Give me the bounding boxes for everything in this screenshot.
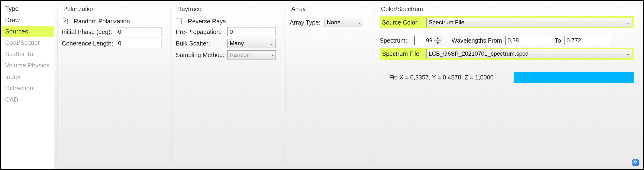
sidebar: Type Draw Sources Coat/Scatter Scatter T…: [1, 1, 54, 169]
spinner-down-icon[interactable]: ▼: [434, 41, 442, 45]
color-spectrum-legend: Color/Spectrum: [380, 5, 424, 12]
source-color-label: Source Color:: [382, 19, 423, 26]
chevron-down-icon: ⌄: [626, 20, 630, 25]
polarization-legend: Polarization: [62, 5, 96, 12]
bulk-scatter-value: Many: [230, 40, 244, 47]
chevron-down-icon: ⌄: [626, 51, 630, 56]
spinner-up-icon[interactable]: ▲: [434, 36, 442, 41]
array-type-value: None: [327, 19, 340, 26]
help-icon[interactable]: ?: [632, 159, 640, 167]
array-type-select[interactable]: None ⌄: [324, 18, 363, 27]
chevron-down-icon: ⌄: [270, 52, 274, 58]
source-color-select[interactable]: Spectrum File ⌄: [426, 18, 632, 27]
sidebar-item-index[interactable]: Index: [1, 71, 54, 83]
source-color-value: Spectrum File: [428, 19, 464, 26]
coherence-length-input[interactable]: [116, 39, 162, 48]
bulk-scatter-label: Bulk Scatter:: [176, 40, 224, 47]
random-polarization-label: Random Polarization: [74, 18, 130, 25]
sidebar-item-draw[interactable]: Draw: [1, 14, 54, 26]
spectrum-label: Spectrum:: [380, 37, 411, 44]
random-polarization-checkbox[interactable]: ✓: [62, 18, 68, 24]
array-legend: Array: [290, 5, 307, 12]
spectrum-file-value: LCB_G6SP_20210701_spectrum.spcd: [428, 50, 528, 57]
spectrum-value-input[interactable]: [414, 36, 434, 45]
sidebar-item-scatter-to[interactable]: Scatter To: [1, 48, 54, 60]
sidebar-item-type[interactable]: Type: [1, 3, 54, 14]
chevron-down-icon: ⌄: [358, 20, 361, 25]
wavelengths-from-label: Wavelengths From: [452, 37, 502, 44]
sidebar-item-coat-scatter[interactable]: Coat/Scatter: [1, 37, 54, 48]
raytrace-legend: Raytrace: [176, 5, 203, 12]
bulk-scatter-select[interactable]: Many ⌄: [228, 39, 276, 48]
coherence-length-label: Coherence Length:: [62, 40, 112, 47]
chevron-down-icon: ⌄: [270, 41, 274, 46]
initial-phase-input[interactable]: [116, 27, 162, 36]
spectrum-file-select[interactable]: LCB_G6SP_20210701_spectrum.spcd ⌄: [426, 49, 632, 58]
app-layout: Type Draw Sources Coat/Scatter Scatter T…: [1, 1, 643, 169]
sidebar-item-volume-physics[interactable]: Volume Physics: [1, 60, 54, 71]
initial-phase-label: Initial Phase (deg):: [62, 28, 112, 35]
prepropagation-label: Pre-Propagation:: [176, 28, 224, 35]
color-spectrum-panel: Color/Spectrum Source Color: Spectrum Fi…: [375, 5, 639, 162]
sampling-method-select[interactable]: Random ⌄: [228, 50, 276, 60]
reverse-rays-checkbox[interactable]: [176, 18, 182, 24]
raytrace-panel: Raytrace Reverse Rays Pre-Propagation: B…: [171, 5, 281, 162]
array-type-label: Array Type:: [290, 19, 321, 26]
wavelengths-from-input[interactable]: [506, 36, 551, 45]
sidebar-item-cad[interactable]: CAD: [1, 94, 54, 105]
reverse-rays-label: Reverse Rays: [188, 18, 226, 25]
color-swatch: [514, 72, 634, 83]
sidebar-item-sources[interactable]: Sources: [1, 26, 54, 37]
sidebar-item-diffraction[interactable]: Diffraction: [1, 83, 54, 94]
content-area: Polarization ✓ Random Polarization Initi…: [54, 1, 643, 169]
wavelengths-to-input[interactable]: [564, 36, 610, 45]
spectrum-spinner[interactable]: ▲ ▼: [414, 36, 443, 45]
spectrum-file-label: Spectrum File:: [382, 50, 423, 57]
array-panel: Array Array Type: None ⌄: [285, 5, 371, 162]
sampling-method-label: Sampling Method:: [176, 52, 224, 59]
polarization-panel: Polarization ✓ Random Polarization Initi…: [57, 5, 167, 162]
to-label: To: [555, 37, 561, 44]
sampling-method-value: Random: [230, 52, 252, 58]
prepropagation-input[interactable]: [228, 27, 276, 36]
fit-text: Fit: X = 0,3357, Y = 0,4578, Z = 1,0000: [389, 74, 494, 81]
